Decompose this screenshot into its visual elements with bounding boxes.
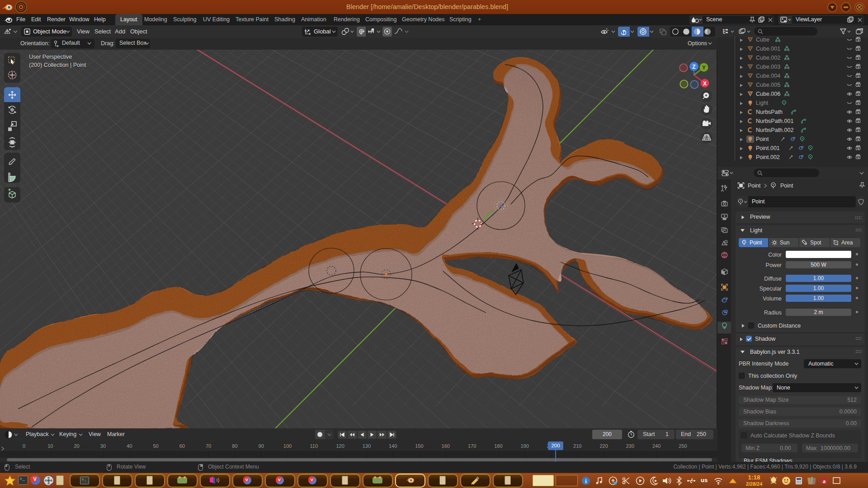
svg-text:X: X xyxy=(703,80,707,87)
svg-text:i: i xyxy=(585,478,587,484)
svg-text:a: a xyxy=(823,478,826,484)
svg-text:Y: Y xyxy=(702,65,706,71)
svg-text:Z: Z xyxy=(692,64,695,70)
